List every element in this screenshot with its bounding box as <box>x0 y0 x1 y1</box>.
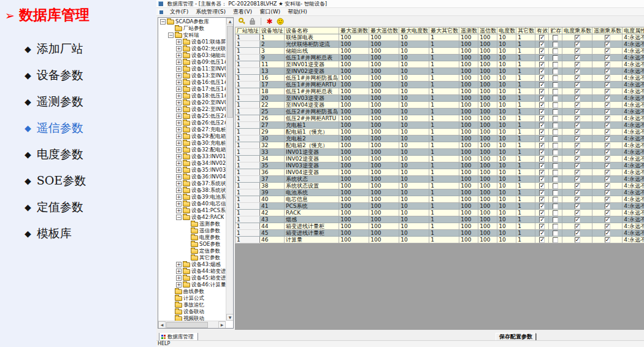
valid-checkbox[interactable]: ✓ <box>535 115 549 122</box>
cell[interactable]: 4:永远不清 <box>623 129 644 135</box>
cell[interactable]: 10 <box>497 196 516 203</box>
checked-checkbox-icon[interactable]: ✓ <box>575 170 580 175</box>
cell[interactable]: 100 <box>369 142 399 149</box>
cell[interactable]: 10 <box>399 122 429 129</box>
cell[interactable]: 100 <box>369 210 399 216</box>
cell[interactable]: 10 <box>497 216 516 223</box>
table-row[interactable]: 144箱变进线计量柜100100101100100101✓✓✓4:永远不清00 <box>236 223 644 230</box>
tree-item-设备32:配电箱2（慢充）[interactable]: +设备32:配电箱2（慢充） <box>158 147 226 153</box>
cell[interactable]: 100 <box>369 203 399 210</box>
table-row[interactable]: 125低压2#并网柜防孤岛100100101100100101✓✓✓4:永远不清… <box>236 109 644 115</box>
checked-checkbox-icon[interactable]: ✓ <box>605 75 610 81</box>
expand-icon[interactable]: + <box>176 201 182 207</box>
tree-item-厂站参数[interactable]: 厂站参数 <box>158 25 226 32</box>
table-row[interactable]: 143烟感100100101100100101✓✓✓4:永远不清00 <box>236 216 644 223</box>
cell[interactable]: 1 <box>516 142 535 149</box>
cell[interactable]: 4:永远不清 <box>623 68 644 75</box>
store-checkbox[interactable] <box>549 176 562 183</box>
tree-item-设备39:电池系统[interactable]: +设备39:电池系统 <box>158 194 226 200</box>
tree-item-设备26:低压2#并网柜ARTU[interactable]: +设备26:低压2#并网柜ARTU <box>158 120 226 126</box>
cell[interactable]: 光伏联络柜防逆流 <box>285 41 339 48</box>
store-checkbox[interactable] <box>549 75 562 82</box>
table-row[interactable]: 113至INV02逆变器100100101100100101✓✓✓4:永远不清0… <box>236 68 644 75</box>
expand-icon[interactable]: + <box>176 174 182 180</box>
valid-checkbox[interactable]: ✓ <box>535 223 549 230</box>
cell[interactable]: 100 <box>478 109 497 115</box>
cell[interactable]: 10 <box>399 156 429 162</box>
cell[interactable]: 46 <box>260 237 285 243</box>
menu-item-帮助(H)[interactable]: 帮助(H) <box>284 8 311 16</box>
store-checkbox[interactable] <box>549 88 562 95</box>
cell[interactable]: 1 <box>516 196 535 203</box>
unchecked-checkbox-icon[interactable] <box>553 217 558 223</box>
cell[interactable]: 1 <box>429 102 459 109</box>
cell[interactable]: 40 <box>260 196 285 203</box>
energy-coef-checkbox[interactable]: ✓ <box>562 88 592 95</box>
checked-checkbox-icon[interactable]: ✓ <box>605 156 610 162</box>
cell[interactable]: 1 <box>429 189 459 196</box>
store-checkbox[interactable] <box>549 230 562 237</box>
tree-item-设备16:低压1#并网柜防孤岛[interactable]: +设备16:低压1#并网柜防孤岛 <box>158 79 226 86</box>
cell[interactable]: 1 <box>236 95 260 102</box>
unchecked-checkbox-icon[interactable] <box>553 231 558 236</box>
cell[interactable]: 33 <box>260 149 285 156</box>
cell[interactable]: 100 <box>478 223 497 230</box>
cell[interactable]: 4:永远不清 <box>623 142 644 149</box>
cell[interactable]: 42 <box>260 210 285 216</box>
unchecked-checkbox-icon[interactable] <box>553 210 558 216</box>
cell[interactable]: 4:永远不清 <box>623 88 644 95</box>
checked-checkbox-icon[interactable]: ✓ <box>575 231 580 236</box>
checked-checkbox-icon[interactable]: ✓ <box>605 217 610 223</box>
cell[interactable]: 17 <box>260 82 285 88</box>
unchecked-checkbox-icon[interactable] <box>553 156 558 162</box>
cell[interactable]: 100 <box>369 75 399 82</box>
cell[interactable]: 4:永远不清 <box>623 196 644 203</box>
star-icon[interactable]: ✱ <box>266 18 274 26</box>
cell[interactable]: 37 <box>260 176 285 183</box>
column-header-电度乘系数[interactable]: 电度乘系数 <box>562 28 592 34</box>
cell[interactable]: 4:永远不清 <box>623 169 644 176</box>
cell[interactable]: 10 <box>497 48 516 55</box>
cell[interactable]: 100 <box>459 95 478 102</box>
checked-checkbox-icon[interactable]: ✓ <box>575 116 580 121</box>
checked-checkbox-icon[interactable]: ✓ <box>605 35 610 40</box>
valid-checkbox[interactable]: ✓ <box>535 88 549 95</box>
expand-icon[interactable]: + <box>176 80 182 85</box>
unchecked-checkbox-icon[interactable] <box>553 82 558 88</box>
checked-checkbox-icon[interactable]: ✓ <box>605 82 610 88</box>
tree-item-设备38:系统状态设置[interactable]: +设备38:系统状态设置 <box>158 187 226 194</box>
cell[interactable]: 1 <box>236 237 260 243</box>
store-checkbox[interactable] <box>549 196 562 203</box>
telemetry-coef-checkbox[interactable]: ✓ <box>592 189 623 196</box>
cell[interactable]: 10 <box>497 102 516 109</box>
energy-coef-checkbox[interactable]: ✓ <box>562 115 592 122</box>
cell[interactable]: 100 <box>369 109 399 115</box>
checked-checkbox-icon[interactable]: ✓ <box>539 109 545 115</box>
energy-coef-checkbox[interactable]: ✓ <box>562 41 592 48</box>
cell[interactable]: 100 <box>478 68 497 75</box>
store-checkbox[interactable] <box>549 115 562 122</box>
checked-checkbox-icon[interactable]: ✓ <box>539 82 545 88</box>
checked-checkbox-icon[interactable]: ✓ <box>575 123 580 128</box>
cell[interactable]: INV01逆变器 <box>285 149 339 156</box>
store-checkbox[interactable] <box>549 82 562 88</box>
expand-icon[interactable]: + <box>176 147 182 153</box>
cell[interactable]: 箱变进线计量柜 <box>285 230 339 237</box>
table-row[interactable]: 136INV04逆变器100100101100100101✓✓✓4:永远不清00 <box>236 169 644 176</box>
cell[interactable]: 10 <box>497 129 516 135</box>
telemetry-coef-checkbox[interactable]: ✓ <box>592 210 623 216</box>
cell[interactable]: 35 <box>260 162 285 169</box>
cell[interactable]: 10 <box>399 149 429 156</box>
cell[interactable]: 10 <box>399 135 429 142</box>
table-row[interactable]: 132配电箱2（慢充）100100101100100101✓✓✓4:永远不清00 <box>236 142 644 149</box>
cell[interactable]: 100 <box>369 162 399 169</box>
cell[interactable]: 100 <box>459 129 478 135</box>
checked-checkbox-icon[interactable]: ✓ <box>575 156 580 162</box>
cell[interactable]: 10 <box>497 230 516 237</box>
telemetry-coef-checkbox[interactable]: ✓ <box>592 230 623 237</box>
tree-item-设备35:INV03逆变器[interactable]: +设备35:INV03逆变器 <box>158 167 226 174</box>
checked-checkbox-icon[interactable]: ✓ <box>539 129 545 135</box>
cell[interactable]: 1 <box>429 109 459 115</box>
cell[interactable]: 1 <box>236 122 260 129</box>
tree-item-SCADA参数库[interactable]: −SCADA参数库 <box>158 18 226 25</box>
